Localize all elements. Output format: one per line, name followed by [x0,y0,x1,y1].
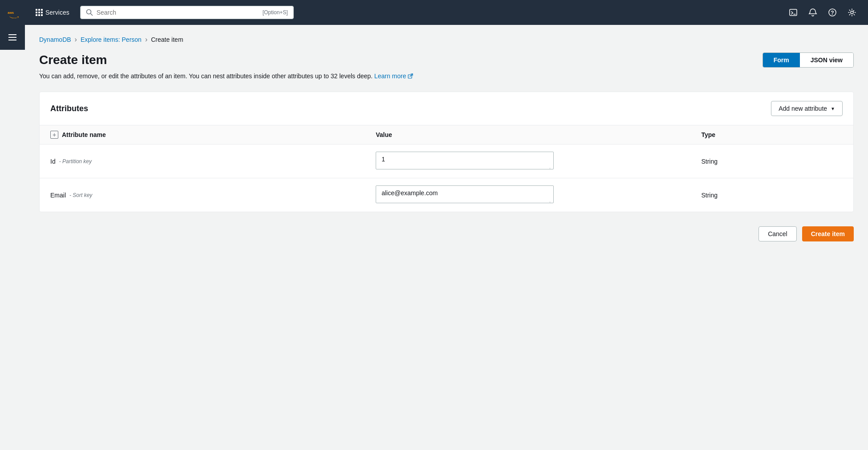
breadcrumb-explore-items-link[interactable]: Explore items: Person [81,36,142,43]
resize-handle-icon: ⌟ [548,199,553,204]
grid-icon [36,9,43,16]
sidebar-toggle[interactable] [0,25,25,50]
col-header-value: Value [365,125,690,145]
svg-point-7 [851,11,853,14]
terminal-icon-btn[interactable] [784,4,802,21]
table-row: Email - Sort key alice@example.com ⌟ Str… [40,178,853,212]
settings-icon-btn[interactable] [843,4,861,21]
dropdown-arrow-icon: ▼ [831,106,835,111]
page-description: You can add, remove, or edit the attribu… [39,71,440,81]
action-row: Cancel Create item [39,223,854,245]
table-header-row: + Attribute name Value Type [40,125,853,145]
external-link-icon [408,73,413,79]
row-0-type-cell: String [690,145,812,178]
services-label: Services [45,9,69,16]
attributes-section-title: Attributes [50,104,88,113]
breadcrumb-dynamodb-link[interactable]: DynamoDB [39,36,71,43]
attributes-table: + Attribute name Value Type Id - Parti [40,125,853,212]
hamburger-icon [8,34,16,40]
breadcrumb-current: Create item [151,36,183,43]
breadcrumb-separator-2: › [145,36,147,44]
page-header: Create item Form JSON view [39,52,854,68]
search-icon [86,9,93,16]
svg-line-9 [410,74,413,76]
row-0-value-cell[interactable]: 1 ⌟ [365,145,690,178]
attributes-header: Attributes Add new attribute ▼ [40,92,853,125]
aws-logo[interactable]: aws [7,7,25,18]
col-header-name: + Attribute name [40,125,365,145]
breadcrumb-separator-1: › [75,36,77,44]
search-bar[interactable]: [Option+S] [80,6,294,19]
cancel-button[interactable]: Cancel [758,226,797,241]
table-row: Id - Partition key 1 ⌟ String [40,145,853,178]
row-1-action-cell [813,178,853,212]
help-icon-btn[interactable]: ? [823,4,841,21]
form-view-button[interactable]: Form [763,53,800,67]
add-new-attribute-button[interactable]: Add new attribute ▼ [771,101,843,116]
row-0-action-cell [813,145,853,178]
row-1-value-input[interactable]: alice@example.com [376,185,554,203]
json-view-button[interactable]: JSON view [800,53,853,67]
svg-text:aws: aws [8,11,14,15]
svg-rect-3 [790,9,797,16]
breadcrumb: DynamoDB › Explore items: Person › Creat… [39,36,854,44]
row-0-value-input[interactable]: 1 [376,152,554,169]
col-header-type: Type [690,125,812,145]
search-input[interactable] [97,9,259,16]
row-1-value-cell[interactable]: alice@example.com ⌟ [365,178,690,212]
search-shortcut: [Option+S] [263,9,288,16]
attributes-card: Attributes Add new attribute ▼ + Attribu… [39,92,854,212]
view-toggle: Form JSON view [763,52,854,68]
services-nav-button[interactable]: Services [32,7,73,18]
svg-line-2 [90,14,93,16]
row-1-name-cell: Email - Sort key [40,178,365,212]
row-0-name-cell: Id - Partition key [40,145,365,178]
top-nav: aws Services [Option+S] [0,0,868,25]
page-title: Create item [39,52,107,68]
resize-handle-icon: ⌟ [548,165,553,170]
svg-text:?: ? [831,10,834,16]
row-1-type-cell: String [690,178,812,212]
main-content: DynamoDB › Explore items: Person › Creat… [25,25,868,450]
nav-icons: ? [784,4,861,21]
learn-more-link[interactable]: Learn more [374,71,414,81]
bell-icon-btn[interactable] [804,4,822,21]
col-header-actions [813,125,853,145]
svg-point-1 [86,10,91,14]
add-column-icon[interactable]: + [50,131,58,139]
create-item-button[interactable]: Create item [802,226,854,241]
